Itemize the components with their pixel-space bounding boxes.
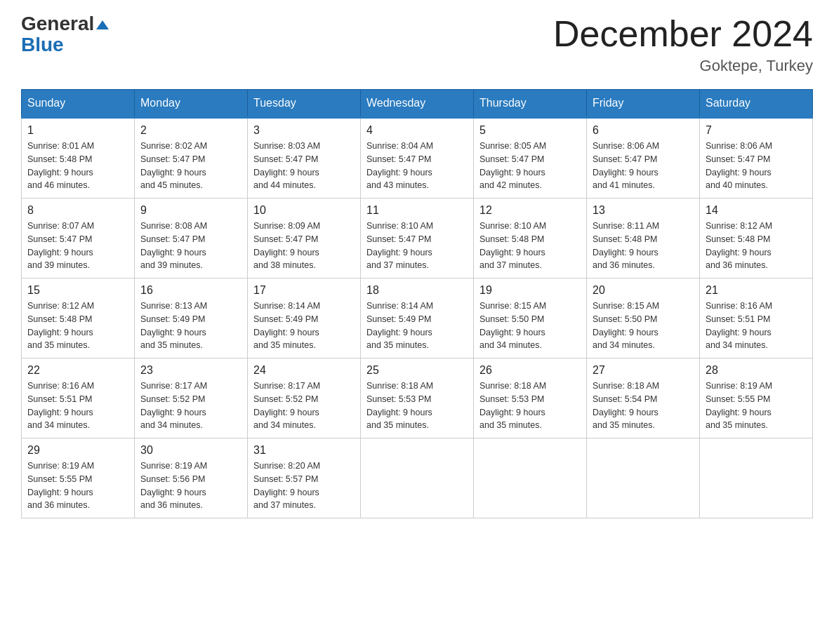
day-info: Sunrise: 8:05 AM Sunset: 5:47 PM Dayligh…: [479, 140, 581, 192]
calendar-cell: 4Sunrise: 8:04 AM Sunset: 5:47 PM Daylig…: [361, 118, 474, 199]
calendar-cell: 18Sunrise: 8:14 AM Sunset: 5:49 PM Dayli…: [361, 279, 474, 358]
calendar-cell: 22Sunrise: 8:16 AM Sunset: 5:51 PM Dayli…: [22, 358, 135, 438]
calendar-cell: 25Sunrise: 8:18 AM Sunset: 5:53 PM Dayli…: [361, 358, 474, 438]
day-info: Sunrise: 8:13 AM Sunset: 5:49 PM Dayligh…: [140, 300, 241, 352]
calendar-cell: 23Sunrise: 8:17 AM Sunset: 5:52 PM Dayli…: [135, 358, 248, 438]
day-number: 10: [253, 204, 355, 217]
day-number: 22: [27, 364, 128, 377]
day-info: Sunrise: 8:14 AM Sunset: 5:49 PM Dayligh…: [253, 300, 355, 352]
calendar-cell: 13Sunrise: 8:11 AM Sunset: 5:48 PM Dayli…: [587, 199, 700, 279]
calendar-header: SundayMondayTuesdayWednesdayThursdayFrid…: [22, 90, 813, 118]
weekday-row: SundayMondayTuesdayWednesdayThursdayFrid…: [22, 90, 813, 118]
title-block: December 2024 Goktepe, Turkey: [553, 14, 813, 75]
calendar-cell: 24Sunrise: 8:17 AM Sunset: 5:52 PM Dayli…: [248, 358, 361, 438]
day-number: 17: [253, 284, 355, 297]
day-info: Sunrise: 8:19 AM Sunset: 5:55 PM Dayligh…: [27, 459, 128, 512]
day-number: 6: [593, 124, 694, 137]
day-number: 21: [706, 284, 807, 297]
calendar-cell: 2Sunrise: 8:02 AM Sunset: 5:47 PM Daylig…: [135, 118, 248, 199]
calendar-week-1: 1Sunrise: 8:01 AM Sunset: 5:48 PM Daylig…: [22, 118, 813, 199]
day-info: Sunrise: 8:19 AM Sunset: 5:56 PM Dayligh…: [140, 459, 241, 512]
calendar-week-2: 8Sunrise: 8:07 AM Sunset: 5:47 PM Daylig…: [22, 199, 813, 279]
weekday-header-sunday: Sunday: [22, 90, 135, 118]
calendar-cell: 27Sunrise: 8:18 AM Sunset: 5:54 PM Dayli…: [587, 358, 700, 438]
calendar-cell: 28Sunrise: 8:19 AM Sunset: 5:55 PM Dayli…: [700, 358, 813, 438]
day-number: 30: [140, 444, 241, 457]
day-number: 18: [366, 284, 468, 297]
day-info: Sunrise: 8:07 AM Sunset: 5:47 PM Dayligh…: [27, 220, 128, 272]
day-number: 9: [140, 204, 241, 217]
location: Goktepe, Turkey: [553, 57, 813, 75]
day-number: 13: [593, 204, 694, 217]
day-info: Sunrise: 8:04 AM Sunset: 5:47 PM Dayligh…: [366, 140, 468, 192]
day-info: Sunrise: 8:17 AM Sunset: 5:52 PM Dayligh…: [253, 380, 355, 432]
day-info: Sunrise: 8:03 AM Sunset: 5:47 PM Dayligh…: [253, 140, 355, 192]
calendar-cell: [361, 438, 474, 518]
day-number: 7: [706, 124, 807, 137]
day-info: Sunrise: 8:19 AM Sunset: 5:55 PM Dayligh…: [706, 380, 807, 432]
day-number: 16: [140, 284, 241, 297]
calendar-cell: 8Sunrise: 8:07 AM Sunset: 5:47 PM Daylig…: [22, 199, 135, 279]
calendar-cell: [587, 438, 700, 518]
day-number: 3: [253, 124, 355, 137]
day-info: Sunrise: 8:18 AM Sunset: 5:53 PM Dayligh…: [479, 380, 581, 432]
day-info: Sunrise: 8:02 AM Sunset: 5:47 PM Dayligh…: [140, 140, 241, 192]
day-info: Sunrise: 8:01 AM Sunset: 5:48 PM Dayligh…: [27, 140, 128, 192]
day-info: Sunrise: 8:17 AM Sunset: 5:52 PM Dayligh…: [140, 380, 241, 432]
page-header: General Blue December 2024 Goktepe, Turk…: [21, 14, 813, 75]
calendar-cell: 7Sunrise: 8:06 AM Sunset: 5:47 PM Daylig…: [700, 118, 813, 199]
day-number: 8: [27, 204, 128, 217]
day-info: Sunrise: 8:15 AM Sunset: 5:50 PM Dayligh…: [479, 300, 581, 352]
calendar-cell: 3Sunrise: 8:03 AM Sunset: 5:47 PM Daylig…: [248, 118, 361, 199]
day-number: 26: [479, 364, 581, 377]
day-number: 5: [479, 124, 581, 137]
day-info: Sunrise: 8:12 AM Sunset: 5:48 PM Dayligh…: [27, 300, 128, 352]
logo-line2: Blue: [21, 35, 64, 55]
calendar-cell: 29Sunrise: 8:19 AM Sunset: 5:55 PM Dayli…: [22, 438, 135, 518]
weekday-header-saturday: Saturday: [700, 90, 813, 118]
day-number: 29: [27, 444, 128, 457]
day-info: Sunrise: 8:12 AM Sunset: 5:48 PM Dayligh…: [706, 220, 807, 272]
calendar-week-5: 29Sunrise: 8:19 AM Sunset: 5:55 PM Dayli…: [22, 438, 813, 518]
calendar-cell: 12Sunrise: 8:10 AM Sunset: 5:48 PM Dayli…: [474, 199, 587, 279]
calendar-cell: 15Sunrise: 8:12 AM Sunset: 5:48 PM Dayli…: [22, 279, 135, 358]
calendar-cell: 17Sunrise: 8:14 AM Sunset: 5:49 PM Dayli…: [248, 279, 361, 358]
day-number: 27: [593, 364, 694, 377]
day-info: Sunrise: 8:09 AM Sunset: 5:47 PM Dayligh…: [253, 220, 355, 272]
day-number: 12: [479, 204, 581, 217]
calendar-week-4: 22Sunrise: 8:16 AM Sunset: 5:51 PM Dayli…: [22, 358, 813, 438]
day-info: Sunrise: 8:11 AM Sunset: 5:48 PM Dayligh…: [593, 220, 694, 272]
day-info: Sunrise: 8:08 AM Sunset: 5:47 PM Dayligh…: [140, 220, 241, 272]
day-info: Sunrise: 8:18 AM Sunset: 5:54 PM Dayligh…: [593, 380, 694, 432]
weekday-header-thursday: Thursday: [474, 90, 587, 118]
day-info: Sunrise: 8:10 AM Sunset: 5:48 PM Dayligh…: [479, 220, 581, 272]
day-number: 31: [253, 444, 355, 457]
calendar-cell: 21Sunrise: 8:16 AM Sunset: 5:51 PM Dayli…: [700, 279, 813, 358]
day-info: Sunrise: 8:14 AM Sunset: 5:49 PM Dayligh…: [366, 300, 468, 352]
calendar-cell: 10Sunrise: 8:09 AM Sunset: 5:47 PM Dayli…: [248, 199, 361, 279]
calendar-cell: 16Sunrise: 8:13 AM Sunset: 5:49 PM Dayli…: [135, 279, 248, 358]
calendar-cell: [474, 438, 587, 518]
day-number: 14: [706, 204, 807, 217]
weekday-header-tuesday: Tuesday: [248, 90, 361, 118]
calendar-week-3: 15Sunrise: 8:12 AM Sunset: 5:48 PM Dayli…: [22, 279, 813, 358]
calendar-cell: 1Sunrise: 8:01 AM Sunset: 5:48 PM Daylig…: [22, 118, 135, 199]
day-number: 4: [366, 124, 468, 137]
calendar-cell: 6Sunrise: 8:06 AM Sunset: 5:47 PM Daylig…: [587, 118, 700, 199]
day-info: Sunrise: 8:18 AM Sunset: 5:53 PM Dayligh…: [366, 380, 468, 432]
weekday-header-wednesday: Wednesday: [361, 90, 474, 118]
day-number: 24: [253, 364, 355, 377]
day-info: Sunrise: 8:06 AM Sunset: 5:47 PM Dayligh…: [593, 140, 694, 192]
day-info: Sunrise: 8:20 AM Sunset: 5:57 PM Dayligh…: [253, 459, 355, 512]
day-number: 19: [479, 284, 581, 297]
calendar-cell: 31Sunrise: 8:20 AM Sunset: 5:57 PM Dayli…: [248, 438, 361, 518]
calendar-cell: 14Sunrise: 8:12 AM Sunset: 5:48 PM Dayli…: [700, 199, 813, 279]
day-number: 23: [140, 364, 241, 377]
calendar-cell: 9Sunrise: 8:08 AM Sunset: 5:47 PM Daylig…: [135, 199, 248, 279]
calendar-cell: [700, 438, 813, 518]
day-number: 25: [366, 364, 468, 377]
day-number: 11: [366, 204, 468, 217]
logo: General Blue: [21, 14, 109, 55]
day-info: Sunrise: 8:16 AM Sunset: 5:51 PM Dayligh…: [706, 300, 807, 352]
calendar-table: SundayMondayTuesdayWednesdayThursdayFrid…: [21, 89, 813, 518]
